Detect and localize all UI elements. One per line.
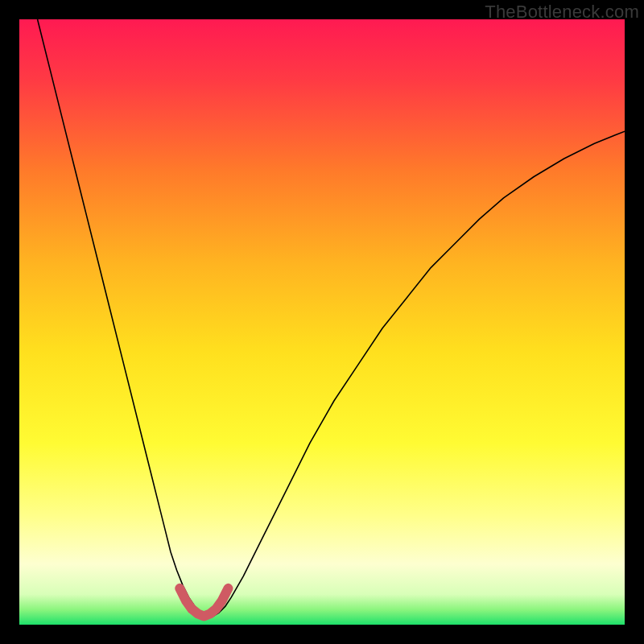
gradient-background xyxy=(19,19,625,625)
bottleneck-chart xyxy=(19,19,625,625)
chart-frame xyxy=(19,19,625,625)
